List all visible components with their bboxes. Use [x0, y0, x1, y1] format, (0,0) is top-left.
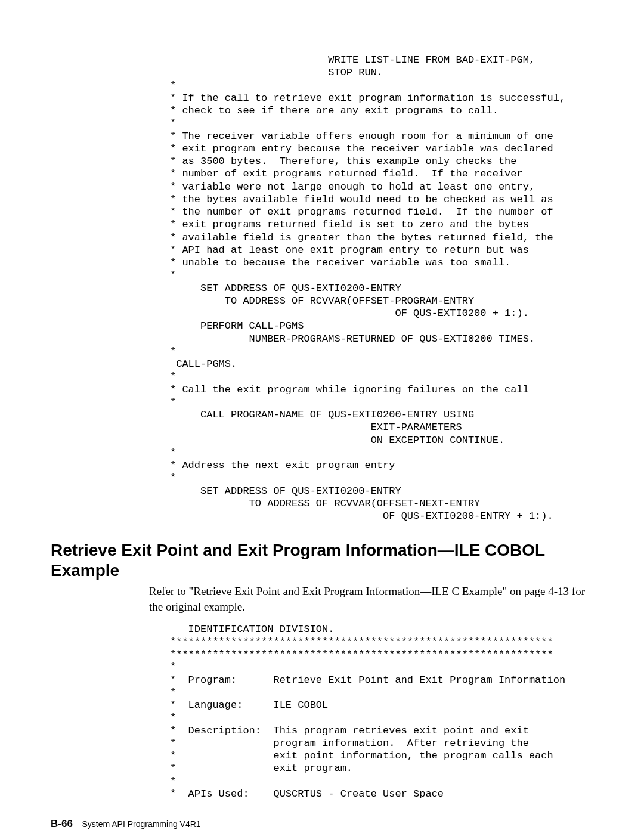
document-page: WRITE LIST-LINE FROM BAD-EXIT-PGM, STOP … — [0, 0, 644, 833]
page-number: B-66 — [51, 818, 73, 829]
page-footer: B-66 System API Programming V4R1 — [51, 818, 593, 830]
code-block-1: WRITE LIST-LINE FROM BAD-EXIT-PGM, STOP … — [51, 54, 593, 522]
intro-paragraph: Refer to "Retrieve Exit Point and Exit P… — [51, 584, 593, 614]
footer-title: System API Programming V4R1 — [82, 819, 200, 829]
code-block-2: IDENTIFICATION DIVISION. ***************… — [51, 623, 593, 801]
section-heading: Retrieve Exit Point and Exit Program Inf… — [51, 540, 593, 580]
